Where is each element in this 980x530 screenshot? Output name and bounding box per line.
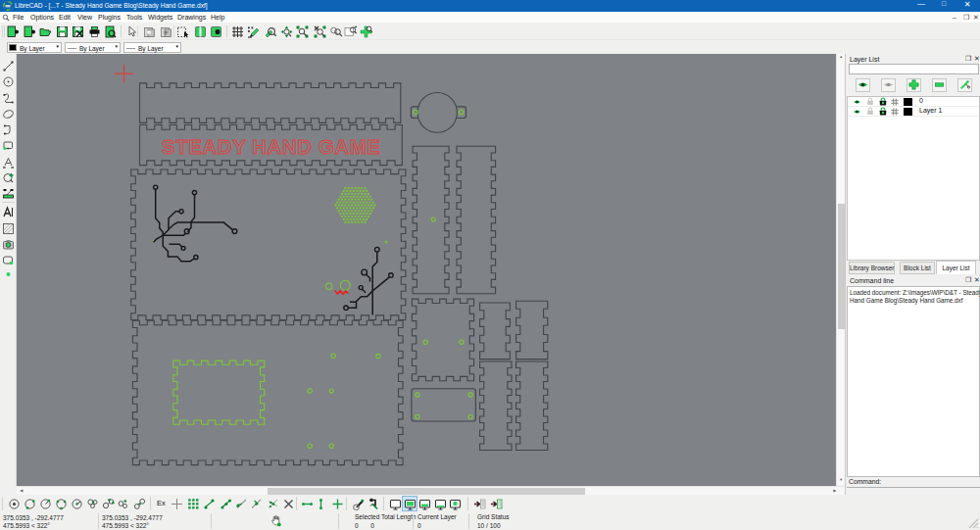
svg-text:STEADY HAND GAME: STEADY HAND GAME bbox=[162, 135, 381, 158]
